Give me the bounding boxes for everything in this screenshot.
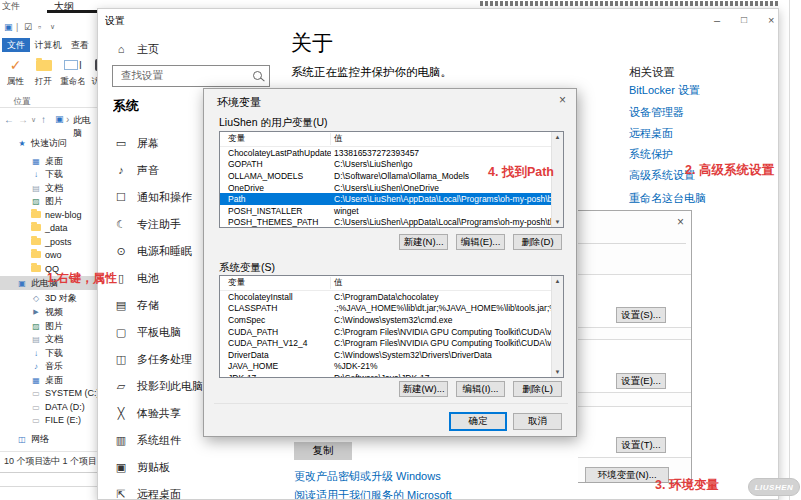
copy-button[interactable]: 复制 (294, 442, 352, 460)
scroll-down-icon[interactable]: ▼ (555, 369, 561, 375)
link-change-product-key[interactable]: 更改产品密钥或升级 Windows (294, 469, 441, 484)
scroll-up-icon[interactable]: ▲ (555, 278, 561, 284)
remote-desktop-icon: ⇱ (113, 488, 129, 500)
scrollbar[interactable]: ▲ ▼ (551, 276, 563, 377)
nav-up-icon[interactable]: ↑ (41, 114, 46, 125)
ok-button[interactable]: 确定 (450, 413, 506, 430)
system-delete-button[interactable]: 删除(L) (513, 381, 562, 397)
link-ms-services[interactable]: 阅读适用于我们服务的 Microsoft (294, 488, 452, 500)
tree-item-drive-c[interactable]: ▭SYSTEM (C:) (0, 386, 97, 400)
qat-check-icon[interactable]: ☑ (24, 22, 32, 32)
clipboard-icon: ▣ (113, 461, 129, 474)
link-rename-pc[interactable]: 重命名这台电脑 (629, 191, 706, 206)
tree-item-pictures2[interactable]: ▨图片 (0, 319, 97, 333)
close-icon[interactable]: × (768, 14, 774, 26)
env-var-row[interactable]: ChocolateyInstallC:\ProgramData\chocolat… (220, 291, 563, 303)
env-var-row[interactable]: CUDA_PATH_V12_4C:\Program Files\NVIDIA G… (220, 337, 563, 349)
tree-item-new-blog[interactable]: new-blog▸ (0, 208, 97, 222)
nav-recent-icon[interactable]: ∨ (31, 116, 36, 124)
cancel-button[interactable]: 取消 (513, 413, 562, 430)
startup-settings-button[interactable]: 设置(T)... (616, 437, 666, 453)
env-var-row[interactable]: ComSpecC:\Windows\system32\cmd.exe (220, 314, 563, 326)
system-new-button[interactable]: 新建(W)... (399, 381, 448, 397)
search-input[interactable]: 查找设置 (112, 65, 270, 87)
env-var-row[interactable]: JAVA_HOME%JDK-21% (220, 361, 563, 373)
env-var-row-path-selected[interactable]: PathC:\Users\LiuShen\AppData\Local\Progr… (220, 193, 563, 205)
display-icon: ▭ (113, 137, 129, 150)
env-var-row[interactable]: OneDriveC:\Users\LiuShen\OneDrive (220, 182, 563, 194)
tree-item-downloads[interactable]: ↓下载▸ (0, 167, 97, 181)
scroll-down-icon[interactable]: ▼ (555, 219, 561, 225)
tree-network[interactable]: ◫网络 (0, 432, 97, 446)
tree-item-pictures[interactable]: ▨图片▸ (0, 194, 97, 208)
tablet-icon: ▢ (113, 326, 129, 339)
nav-back-icon[interactable]: ← (4, 114, 14, 125)
env-var-row[interactable]: CLASSPATH.;%JAVA_HOME%\lib\dt.jar;%JAVA_… (220, 303, 563, 315)
ribbon-open-button[interactable]: 打开 (30, 54, 57, 94)
close-icon[interactable]: × (559, 93, 566, 107)
tree-item-desktop2[interactable]: ▦桌面 (0, 373, 97, 387)
link-device-manager[interactable]: 设备管理器 (629, 105, 684, 120)
user-edit-button[interactable]: 编辑(E)... (456, 234, 505, 250)
ribbon-rename-button[interactable]: I 重命名 (58, 54, 88, 94)
sidebar-section-system: 系统 (113, 97, 139, 115)
ribbon-access-button[interactable]: 访问 (90, 54, 97, 94)
sidebar-item-home[interactable]: ⌂ 主页 (113, 39, 283, 59)
tree-item-posts[interactable]: _posts (0, 235, 97, 249)
annotation-step2: 2. 高级系统设置 (685, 162, 774, 179)
env-var-row[interactable]: DriverDataC:\Windows\System32\Drivers\Dr… (220, 349, 563, 361)
address-chevron-icon: › (66, 114, 69, 125)
folder-icon (30, 211, 42, 220)
user-profiles-settings-button[interactable]: 设置(E)... (616, 373, 666, 389)
tree-item-downloads2[interactable]: ↓下载 (0, 346, 97, 360)
related-settings-title: 相关设置 (629, 65, 675, 80)
speaker-icon: ♪ (113, 164, 129, 176)
tree-item-data[interactable]: _data (0, 221, 97, 235)
qat-box-icon[interactable]: ▫ (38, 22, 41, 32)
user-new-button[interactable]: 新建(N)... (399, 234, 448, 250)
maximize-icon[interactable]: □ (741, 14, 747, 25)
tree-item-documents2[interactable]: ▤文档 (0, 332, 97, 346)
ribbon-properties-button[interactable]: ✓ 属性 (2, 54, 29, 94)
link-remote-desktop[interactable]: 远程桌面 (629, 126, 673, 141)
link-system-protection[interactable]: 系统保护 (629, 147, 673, 162)
tree-item-music[interactable]: ♪音乐 (0, 359, 97, 373)
nav-forward-icon[interactable]: → (18, 114, 28, 125)
tree-quick-access[interactable]: ★ 快速访问 (0, 136, 97, 150)
close-icon[interactable]: × (677, 215, 684, 229)
status-items-count: 10 个项目 (4, 455, 44, 468)
env-var-row[interactable]: POSH_INSTALLERwinget (220, 205, 563, 217)
env-var-row[interactable]: JDK-17D:\Software\Java\JDK-17 (220, 372, 563, 378)
system-vars-table[interactable]: 变量 值 ChocolateyInstallC:\ProgramData\cho… (219, 275, 564, 378)
sidebar-item-remote-desktop[interactable]: ⇱远程桌面 (113, 484, 283, 500)
search-icon[interactable] (251, 66, 269, 86)
system-edit-button[interactable]: 编辑(I)... (456, 381, 505, 397)
word-file-menu[interactable]: 文件 (2, 0, 20, 13)
minimize-icon[interactable]: – (714, 14, 720, 26)
tree-item-3d-objects[interactable]: ◇3D 对象 (0, 291, 97, 305)
user-delete-button[interactable]: 删除(D) (513, 234, 562, 250)
open-folder-icon (36, 54, 52, 76)
tree-item-owo[interactable]: owo (0, 248, 97, 262)
file-explorer-window: ▣ | ☑ ▫ ∨ 文件 计算机 查看 ✓ 属性 打开 I 重命名 访问 位置 … (0, 14, 97, 473)
qat-pc-icon[interactable]: ▣ (4, 22, 13, 32)
sidebar-item-clipboard[interactable]: ▣剪贴板 (113, 457, 283, 477)
env-var-row[interactable]: POSH_THEMES_PATHC:\Users\LiuShen\AppData… (220, 217, 563, 228)
env-var-row[interactable]: CUDA_PATHC:\Program Files\NVIDIA GPU Com… (220, 326, 563, 338)
tree-item-videos[interactable]: ▶视频 (0, 305, 97, 319)
tab-computer[interactable]: 计算机 (32, 38, 64, 52)
annotation-step3: 3. 环境变量 (655, 477, 719, 494)
tab-view[interactable]: 查看 (66, 38, 94, 52)
env-var-row[interactable]: ChocolateyLastPathUpdate1338165372723934… (220, 147, 563, 159)
scroll-up-icon[interactable]: ▲ (555, 134, 561, 140)
tree-item-drive-d[interactable]: ▭DATA (D:) (0, 400, 97, 414)
link-bitlocker[interactable]: BitLocker 设置 (629, 83, 700, 98)
tree-item-documents[interactable]: ▤文档▸ (0, 181, 97, 195)
tree-item-desktop[interactable]: ▦桌面▸ (0, 154, 97, 168)
qat-dropdown-icon[interactable]: ∨ (50, 23, 55, 31)
status-selected-count: 选中 1 个项目 (42, 455, 97, 468)
tree-item-drive-e[interactable]: ▭FILE (E:) (0, 413, 97, 427)
performance-settings-button[interactable]: 设置(S)... (616, 307, 666, 323)
tab-file[interactable]: 文件 (2, 38, 30, 52)
statusbar-divider (0, 451, 97, 452)
